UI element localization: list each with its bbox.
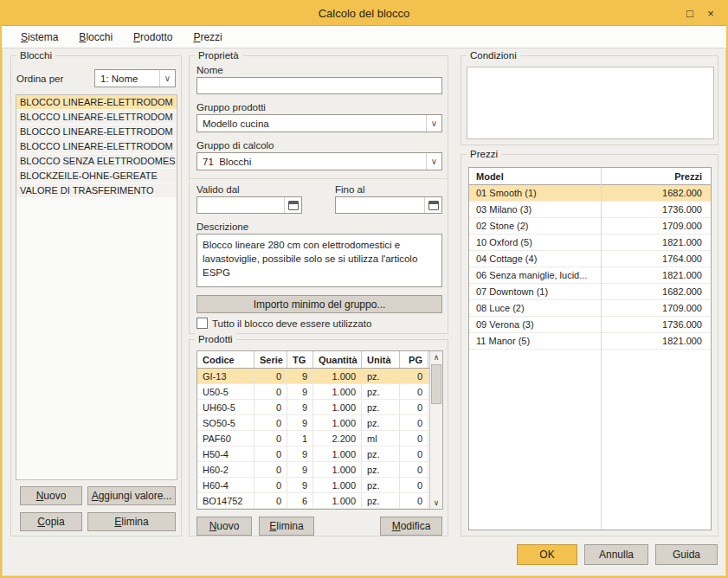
add-value-button[interactable]: Aggiungi valore... [87,486,176,505]
scroll-down-icon[interactable]: ∨ [430,497,442,509]
prices-column-header: Model [469,168,601,184]
properties-panel-title: Proprietà [195,49,242,61]
prices-table-header: ModelPrezzi [469,168,711,185]
prices-table-row[interactable]: 09 Verona (3)1736.000 [469,317,711,333]
new-block-button[interactable]: Nuovo [20,486,82,505]
products-table-row[interactable]: UH60-5091.000pz.0 [197,400,442,415]
products-table-row[interactable]: H60-4091.000pz.0 [197,478,442,493]
products-panel: Prodotti CodiceSerieTGQuantitàUnitàPG GI… [189,339,448,536]
scroll-up-icon[interactable]: ∧ [430,351,442,363]
titlebar[interactable]: Calcolo del blocco □ × [2,2,726,26]
prices-table-row[interactable]: 03 Milano (3)1736.000 [469,202,711,218]
prices-table-row[interactable]: 04 Cottage (4)1764.000 [469,251,711,267]
product-group-select[interactable]: Modello cucina ∨ [196,114,442,132]
products-table-row[interactable]: PAF60012.200ml0 [197,431,442,446]
valid-from-date-picker-button[interactable] [284,197,301,213]
conditions-panel: Condizioni [461,55,718,145]
prices-table-row[interactable]: 10 Oxford (5)1821.000 [469,234,711,251]
new-product-button[interactable]: Nuovo [196,517,252,536]
menu-item-prodotto[interactable]: Prodotto [123,28,183,47]
menu-item-label: Blocchi [79,31,113,43]
calendar-icon [288,201,299,210]
products-table: CodiceSerieTGQuantitàUnitàPG GI-13091.00… [196,350,443,510]
prices-table-row[interactable]: 01 Smooth (1)1682.000 [469,185,711,202]
order-by-select[interactable]: 1: Nome ∨ [94,69,176,87]
calendar-icon [428,201,439,210]
products-column-header: PG [400,351,428,368]
separator [190,178,448,179]
use-whole-block-checkbox[interactable] [196,318,208,329]
products-table-row[interactable]: GI-13091.000pz.0 [197,369,442,384]
prices-table-row[interactable]: 07 Downtown (1)1682.000 [469,284,711,300]
scrollbar-thumb[interactable] [431,364,441,404]
chevron-down-icon: ∨ [426,115,441,132]
products-table-row[interactable]: H60-2091.000pz.0 [197,462,442,478]
scrollbar-track[interactable] [430,363,442,497]
products-column-header: Codice [197,351,254,368]
blocks-list[interactable]: BLOCCO LINEARE-ELETTRODOMBLOCCO LINEARE-… [16,94,177,480]
dialog-window: Calcolo del blocco □ × SistemaBlocchiPro… [0,0,728,578]
delete-block-button[interactable]: Elimina [87,512,176,531]
description-label: Descrizione [196,222,248,232]
maximize-icon[interactable]: □ [680,4,700,23]
block-list-item[interactable]: BLOCCO LINEARE-ELETTRODOM [16,95,177,110]
products-panel-title: Prodotti [195,333,236,345]
delete-product-button[interactable]: Elimina [259,517,314,536]
order-by-value: 1: Nome [95,74,159,84]
calc-group-value: 71 Blocchi [197,157,426,167]
minimum-group-amount-button[interactable]: Importo minimo del gruppo... [196,295,442,313]
menu-item-sistema[interactable]: Sistema [10,28,68,47]
prices-table-row[interactable]: 11 Manor (5)1821.000 [469,333,711,350]
menu-item-label: Prodotto [133,31,172,43]
name-label: Nome [196,65,223,75]
ok-button[interactable]: OK [517,544,577,565]
name-input[interactable] [196,77,442,94]
copy-block-button[interactable]: Copia [20,512,82,531]
prices-table-row[interactable]: 06 Senza maniglie, lucid...1821.000 [469,267,711,284]
description-textarea[interactable]: Blocco lineare 280 cm con elettrodomesti… [196,234,442,287]
prices-table: ModelPrezzi 01 Smooth (1)1682.00003 Mila… [468,167,712,530]
products-table-row[interactable]: H50-4091.000pz.0 [197,446,442,462]
menu-item-prezzi[interactable]: Prezzi [183,28,232,47]
products-column-header: Quantità [313,351,362,368]
properties-panel: Proprietà Nome Gruppo prodotti Modello c… [189,55,448,334]
valid-to-label: Fino al [335,184,365,195]
chevron-down-icon: ∨ [426,153,441,170]
block-list-item[interactable]: BLOCKZEILE-OHNE-GEREATE [16,169,177,183]
block-list-item[interactable]: BLOCCO LINEARE-ELETTRODOM [16,139,177,154]
block-list-item[interactable]: VALORE DI TRASFERIMENTO [16,183,177,198]
products-table-row[interactable]: SO50-5091.000pz.0 [197,415,442,431]
calc-group-select[interactable]: 71 Blocchi ∨ [196,152,442,170]
valid-to-date-picker-button[interactable] [424,197,441,213]
conditions-content[interactable] [467,67,714,139]
cancel-button[interactable]: Annulla [584,544,648,565]
calc-group-label: Gruppo di calcolo [196,140,274,151]
edit-product-button[interactable]: Modifica [380,517,442,536]
products-column-header: TG [287,351,313,368]
prices-column-header: Prezzi [601,168,711,184]
products-table-row[interactable]: BO14752061.000pz.0 [197,493,442,509]
prices-panel: Prezzi ModelPrezzi 01 Smooth (1)1682.000… [461,154,718,536]
products-table-header: CodiceSerieTGQuantitàUnitàPG [197,351,442,369]
blocks-panel: Blocchi Ordina per 1: Nome ∨ BLOCCO LINE… [10,55,182,536]
prices-table-body: 01 Smooth (1)1682.00003 Milano (3)1736.0… [469,185,711,350]
block-list-item[interactable]: BLOCCO LINEARE-ELETTRODOM [16,110,177,125]
help-button[interactable]: Guida [655,544,718,565]
valid-to-input[interactable] [335,196,442,214]
products-table-body: GI-13091.000pz.0U50-5091.000pz.0UH60-509… [197,369,442,509]
menu-item-label: Prezzi [193,31,222,43]
valid-from-input[interactable] [196,196,302,214]
conditions-panel-title: Condizioni [467,49,520,61]
products-scrollbar[interactable]: ∧ ∨ [429,351,442,509]
prices-panel-title: Prezzi [467,148,501,160]
prices-table-row[interactable]: 02 Stone (2)1709.000 [469,218,711,234]
blocks-panel-title: Blocchi [16,49,55,61]
menu-item-blocchi[interactable]: Blocchi [68,28,123,47]
block-list-item[interactable]: BLOCCO LINEARE-ELETTRODOM [16,125,177,139]
products-table-row[interactable]: U50-5091.000pz.0 [197,384,442,400]
prices-table-row[interactable]: 08 Luce (2)1709.000 [469,300,711,317]
product-group-label: Gruppo prodotti [196,102,266,112]
block-list-item[interactable]: BLOCCO SENZA ELETTRODOMES [16,154,177,169]
products-column-header: Unità [362,351,400,368]
close-icon[interactable]: × [700,4,721,23]
